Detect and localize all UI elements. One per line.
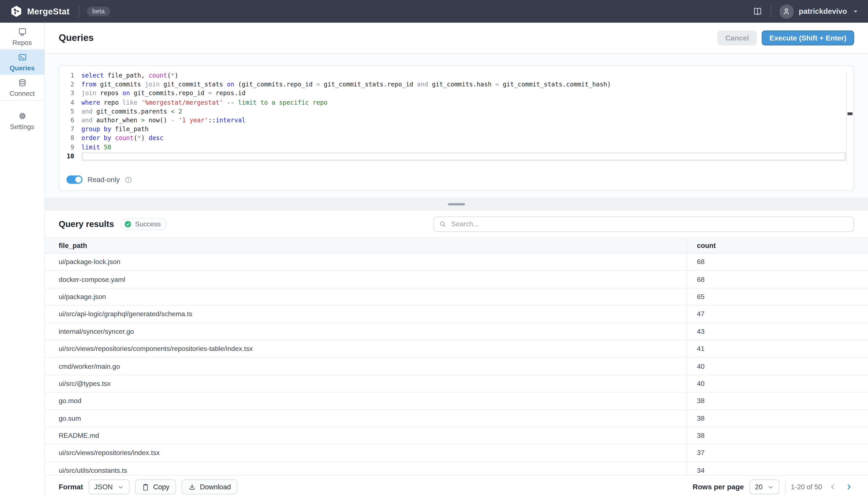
code-line[interactable]: 10 — [59, 152, 854, 161]
line-number: 4 — [59, 98, 81, 107]
code-line[interactable]: 6and author_when > now() - '1 year'::int… — [59, 116, 854, 125]
sidebar-item-settings[interactable]: Settings — [0, 108, 44, 133]
topbar-divider — [771, 5, 771, 17]
line-number: 9 — [59, 143, 81, 152]
readonly-toggle[interactable] — [66, 175, 82, 184]
format-select[interactable]: JSON — [89, 479, 129, 494]
beta-badge: beta — [87, 6, 110, 16]
info-icon[interactable] — [125, 176, 133, 184]
code-line[interactable]: 1select file_path, count(*) — [59, 71, 854, 80]
cell-file-path: cmd/worker/main.go — [45, 358, 687, 375]
sidebar-item-repos[interactable]: Repos — [0, 24, 44, 49]
cell-count: 47 — [686, 305, 868, 322]
terminal-icon — [17, 52, 27, 62]
table-header: file_path count — [45, 238, 868, 254]
editor-scrollbar — [846, 71, 853, 165]
line-number: 8 — [59, 134, 81, 143]
search-input[interactable] — [450, 220, 849, 229]
table-row: README.md38 — [45, 427, 868, 445]
line-number: 10 — [59, 152, 81, 161]
line-number: 1 — [59, 71, 81, 80]
copy-label: Copy — [153, 483, 170, 491]
database-icon — [17, 78, 27, 87]
cell-file-path: README.md — [45, 427, 687, 444]
format-value: JSON — [94, 483, 113, 491]
rows-per-page-select[interactable]: 20 — [749, 479, 779, 494]
topbar: MergeStat beta patrickdevivo — [0, 0, 868, 23]
page-title: Queries — [59, 32, 94, 43]
sidebar-item-connect[interactable]: Connect — [0, 75, 44, 100]
table-row: go.mod38 — [45, 392, 868, 410]
docs-book-icon[interactable] — [752, 6, 763, 17]
gear-icon — [17, 111, 27, 120]
readonly-row: Read-only — [59, 169, 854, 191]
cell-count: 68 — [686, 271, 868, 288]
code-line[interactable]: 9limit 50 — [59, 143, 854, 152]
readonly-label: Read-only — [88, 175, 120, 184]
sidebar-item-label: Queries — [10, 64, 35, 72]
cell-file-path: go.sum — [45, 410, 687, 427]
table-body: ui/package-lock.json68docker-compose.yam… — [45, 253, 868, 498]
sql-editor[interactable]: 1select file_path, count(*)2from git_com… — [59, 65, 854, 191]
line-number: 7 — [59, 125, 81, 134]
cell-count: 38 — [686, 410, 868, 427]
table-row: ui/package-lock.json68 — [45, 253, 868, 271]
format-label: Format — [59, 483, 83, 491]
sidebar-divider — [0, 100, 44, 101]
results-footer: Format JSON Copy — [45, 475, 868, 498]
column-header-count: count — [686, 238, 868, 253]
sidebar-item-queries[interactable]: Queries — [0, 49, 44, 75]
cell-file-path: go.mod — [45, 392, 687, 409]
execute-button[interactable]: Execute (Shift + Enter) — [762, 30, 854, 45]
cell-file-path: ui/src/views/repositories/index.tsx — [45, 445, 687, 461]
code-line[interactable]: 7group by file_path — [59, 125, 854, 134]
editor-section: 1select file_path, count(*)2from git_com… — [45, 54, 868, 197]
code-line[interactable]: 4where repo like '%mergestat/mergestat' … — [59, 98, 854, 107]
copy-button[interactable]: Copy — [135, 479, 176, 494]
search-box — [433, 217, 854, 232]
line-number: 5 — [59, 107, 81, 116]
chevron-right-icon — [845, 483, 853, 491]
status-badge: Success — [121, 218, 167, 230]
status-label: Success — [135, 220, 161, 228]
editor-scrollbar-thumb[interactable] — [847, 113, 853, 115]
download-label: Download — [200, 483, 231, 491]
panel-resizer — [45, 198, 868, 211]
sidebar: Repos Queries Connect — [0, 23, 45, 498]
cell-file-path: ui/src/api-logic/graphql/generated/schem… — [45, 305, 687, 322]
previous-page-button[interactable] — [828, 482, 838, 492]
cell-file-path: docker-compose.yaml — [45, 271, 687, 288]
code-line[interactable]: 8order by count(*) desc — [59, 134, 854, 143]
topbar-divider — [78, 5, 79, 17]
chevron-down-icon — [767, 484, 774, 490]
cell-count: 37 — [686, 445, 868, 461]
code-line[interactable]: 2from git_commits join git_commit_stats … — [59, 80, 854, 89]
line-number: 2 — [59, 80, 81, 89]
cell-count: 43 — [686, 323, 868, 340]
app: MergeStat beta patrickdevivo — [0, 0, 868, 498]
code-line[interactable]: 3join repos on git_commits.repo_id = rep… — [59, 89, 854, 98]
chevron-down-icon[interactable] — [852, 8, 859, 15]
resize-handle[interactable] — [448, 203, 465, 205]
chevron-left-icon — [829, 483, 837, 491]
results-header: Query results Success — [45, 211, 868, 237]
line-number: 6 — [59, 116, 81, 125]
cancel-button[interactable]: Cancel — [718, 30, 757, 45]
results-title: Query results — [59, 219, 114, 229]
table-row: go.sum38 — [45, 410, 868, 427]
line-number: 3 — [59, 89, 81, 98]
download-button[interactable]: Download — [182, 479, 238, 494]
code-line[interactable]: 5and git_commits.parents < 2 — [59, 107, 854, 116]
username[interactable]: patrickdevivo — [799, 7, 847, 15]
cell-file-path: ui/package-lock.json — [45, 253, 687, 270]
download-icon — [188, 483, 196, 491]
next-page-button[interactable] — [844, 482, 854, 492]
cell-count: 38 — [686, 392, 868, 409]
table-row: ui/package.json65 — [45, 288, 868, 305]
avatar[interactable] — [779, 4, 794, 19]
table-row: docker-compose.yaml68 — [45, 271, 868, 288]
search-icon — [439, 220, 447, 228]
code-lines[interactable]: 1select file_path, count(*)2from git_com… — [59, 66, 854, 165]
table-row: ui/src/views/repositories/index.tsx37 — [45, 445, 868, 462]
sidebar-item-label: Connect — [10, 89, 35, 97]
